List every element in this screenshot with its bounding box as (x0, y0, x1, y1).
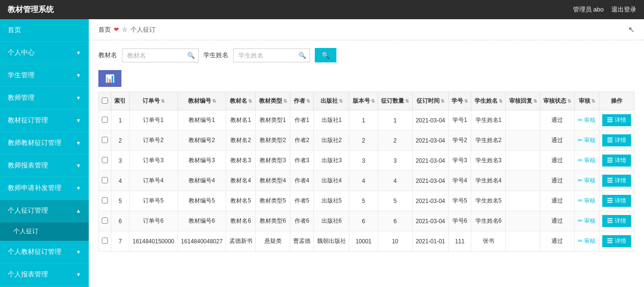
detail-button[interactable]: ☰ 详情 (602, 134, 631, 146)
data-table: 索引订单号⇅教材编号⇅教材名⇅教材类型⇅作者⇅出版社⇅版本号⇅征订数量⇅征订时间… (98, 92, 634, 251)
sort-icon[interactable]: ⇅ (441, 98, 444, 104)
sidebar-item-textbook-order-management[interactable]: 教材征订管理▼ (0, 109, 89, 132)
cell-textbookType: 教材类型5 (256, 191, 290, 211)
col-header-studentName[interactable]: 学生姓名⇅ (471, 92, 506, 110)
sidebar-item-teacher-report-management[interactable]: 教师报表管理▼ (0, 155, 89, 177)
detail-button[interactable]: ☰ 详情 (602, 175, 631, 187)
col-header-index[interactable]: 索引 (111, 92, 129, 110)
cell-auditReply (506, 171, 540, 191)
table-row: 5订单号5教材编号5教材名5教材类型5作者5出版社5552021-03-04学号… (99, 191, 634, 211)
breadcrumb-home[interactable]: 首页 (98, 25, 111, 34)
sidebar-item-teacher-textbook-order[interactable]: 教师教材征订管理▼ (0, 132, 89, 155)
audit-link[interactable]: ✏ 审核 (578, 217, 596, 224)
row-checkbox[interactable] (102, 137, 108, 143)
cell-studentId: 学号6 (448, 211, 471, 231)
detail-button[interactable]: ☰ 详情 (602, 235, 631, 247)
cell-checkbox (99, 151, 111, 171)
sidebar-item-label-personal-report-management: 个人报表管理 (8, 270, 48, 279)
audit-link[interactable]: ✏ 审核 (578, 238, 596, 244)
sidebar-item-personal-report-management[interactable]: 个人报表管理▼ (0, 263, 89, 286)
sort-icon[interactable]: ⇅ (161, 98, 165, 104)
sort-icon[interactable]: ⇅ (499, 98, 502, 104)
cell-index: 2 (111, 131, 129, 151)
sidebar-item-personal-order-management[interactable]: 个人征订管理▲ (0, 200, 89, 222)
sort-icon[interactable]: ⇅ (464, 98, 468, 104)
cell-studentName: 学生姓名3 (471, 151, 506, 171)
cell-version: 10001 (349, 231, 378, 251)
sidebar-item-label-home: 首页 (8, 26, 21, 35)
audit-link[interactable]: ✏ 审核 (578, 137, 596, 144)
sort-icon[interactable]: ⇅ (248, 98, 252, 104)
sidebar-item-student-management[interactable]: 学生管理▼ (0, 64, 89, 87)
audit-link[interactable]: ✏ 审核 (578, 157, 596, 164)
sort-icon[interactable]: ⇅ (306, 98, 310, 104)
sort-icon[interactable]: ⇅ (567, 98, 571, 104)
col-header-version[interactable]: 版本号⇅ (349, 92, 378, 110)
sidebar-item-personal-center[interactable]: 个人中心▼ (0, 42, 89, 64)
sidebar-sub-item-personal-order[interactable]: 个人征订 (0, 222, 89, 241)
row-checkbox[interactable] (102, 157, 108, 163)
cell-studentId: 111 (448, 231, 471, 251)
cell-index: 6 (111, 211, 129, 231)
col-header-orderQty[interactable]: 征订数量⇅ (378, 92, 412, 110)
cell-audit: ✏ 审核 (574, 191, 599, 211)
sidebar-item-personal-textbook-order-mgmt[interactable]: 个人教材征订管理▼ (0, 241, 89, 263)
row-checkbox[interactable] (102, 217, 108, 224)
cell-textbookType: 悬疑类 (256, 231, 290, 251)
detail-button[interactable]: ☰ 详情 (602, 114, 631, 126)
sort-icon[interactable]: ⇅ (371, 98, 375, 104)
col-header-textbookCode[interactable]: 教材编号⇅ (178, 92, 226, 110)
audit-link[interactable]: ✏ 审核 (578, 117, 596, 123)
cell-orderQty: 10 (378, 231, 412, 251)
col-header-textbookType[interactable]: 教材类型⇅ (256, 92, 290, 110)
logout-button[interactable]: 退出登录 (611, 5, 636, 14)
chevron-icon: ▲ (76, 208, 81, 214)
cell-audit: ✏ 审核 (574, 171, 599, 191)
col-header-author[interactable]: 作者⇅ (290, 92, 314, 110)
col-header-auditStatus[interactable]: 审核状态⇅ (540, 92, 575, 110)
detail-button[interactable]: ☰ 详情 (602, 215, 631, 227)
cell-operation: ☰ 详情 (599, 131, 634, 151)
col-header-studentId[interactable]: 学号⇅ (448, 92, 471, 110)
sort-icon[interactable]: ⇅ (212, 98, 216, 104)
table-row: 6订单号6教材编号6教材名6教材类型6作者6出版社6662021-03-04学号… (99, 211, 634, 231)
row-checkbox[interactable] (102, 238, 108, 244)
select-all-checkbox[interactable] (102, 97, 108, 104)
chart-button[interactable]: 📊 (98, 70, 121, 87)
search-button[interactable]: 🔍 (315, 48, 336, 62)
sort-icon[interactable]: ⇅ (533, 98, 537, 104)
cell-operation: ☰ 详情 (599, 191, 634, 211)
col-header-orderNo[interactable]: 订单号⇅ (129, 92, 178, 110)
cell-textbookType: 教材类型3 (256, 151, 290, 171)
cell-auditStatus: 通过 (540, 211, 575, 231)
cell-auditStatus: 通过 (540, 131, 575, 151)
cell-audit: ✏ 审核 (574, 231, 599, 251)
detail-button[interactable]: ☰ 详情 (602, 155, 631, 167)
col-header-auditReply[interactable]: 审核回复⇅ (506, 92, 540, 110)
row-checkbox[interactable] (102, 177, 108, 183)
sidebar-item-home[interactable]: 首页 (0, 19, 89, 42)
cell-textbookCode: 教材编号4 (178, 171, 226, 191)
row-checkbox[interactable] (102, 197, 108, 203)
col-header-audit: 审核⇅ (574, 92, 599, 110)
col-header-publisher[interactable]: 出版社⇅ (314, 92, 349, 110)
top-navigation: 教材管理系统 管理员 abo 退出登录 (0, 0, 644, 19)
cell-auditStatus: 通过 (540, 110, 575, 131)
sort-icon[interactable]: ⇅ (405, 98, 409, 104)
cell-index: 3 (111, 151, 129, 171)
col-header-orderTime[interactable]: 征订时间⇅ (412, 92, 448, 110)
top-nav-right: 管理员 abo 退出登录 (573, 5, 636, 14)
detail-button[interactable]: ☰ 详情 (602, 195, 631, 207)
sort-icon[interactable]: ⇅ (339, 98, 343, 104)
search-bar: 教材名 🔍 学生姓名 🔍 🔍 (89, 40, 644, 66)
sidebar-item-teacher-management[interactable]: 教师管理▼ (0, 87, 89, 109)
audit-link[interactable]: ✏ 审核 (578, 177, 596, 184)
sort-icon[interactable]: ⇅ (591, 98, 595, 104)
audit-link[interactable]: ✏ 审核 (578, 197, 596, 204)
col-header-operation: 操作 (599, 92, 634, 110)
sidebar-item-teacher-apply-refund[interactable]: 教师申请补发管理▼ (0, 177, 89, 200)
col-header-textbookName[interactable]: 教材名⇅ (226, 92, 256, 110)
row-checkbox[interactable] (102, 117, 108, 123)
cell-textbookType: 教材类型6 (256, 211, 290, 231)
sort-icon[interactable]: ⇅ (283, 98, 287, 104)
